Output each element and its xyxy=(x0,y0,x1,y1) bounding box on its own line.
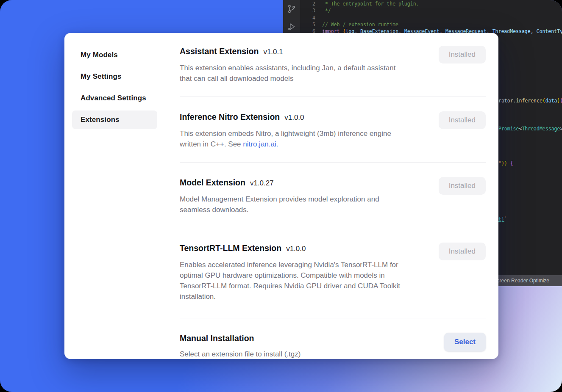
extension-info: TensortRT-LLM Extensionv1.0.0Enables acc… xyxy=(180,243,400,302)
code-token: ContentType xyxy=(537,28,562,34)
sidebar-item-advanced-settings[interactable]: Advanced Settings xyxy=(72,89,157,108)
description-text: This extension embeds Nitro, a lightweig… xyxy=(180,130,391,148)
code-line: // Web / extension runtime xyxy=(322,21,562,28)
extension-list: Assistant Extensionv1.0.1This extension … xyxy=(165,33,498,359)
code-line: * The entrypoint for the plugin. xyxy=(322,0,562,7)
code-lines: * The entrypoint for the plugin. */// We… xyxy=(322,0,562,35)
code-token: ThreadMessage xyxy=(522,126,560,132)
code-token: , xyxy=(531,28,537,34)
sidebar-nav: My ModelsMy SettingsAdvanced SettingsExt… xyxy=(64,46,165,129)
extension-info: Manual InstallationSelect an extension f… xyxy=(180,333,300,359)
installed-button[interactable]: Installed xyxy=(439,46,486,63)
extension-description: Select an extension file to install (.tg… xyxy=(180,349,300,359)
extension-title-row: Inference Nitro Extensionv1.0.0 xyxy=(180,111,391,123)
code-token: " xyxy=(498,160,501,166)
installed-button[interactable]: Installed xyxy=(439,243,486,260)
source-control-icon[interactable] xyxy=(287,4,296,14)
installed-button[interactable]: Installed xyxy=(439,111,486,129)
code-token: rator. xyxy=(498,98,516,104)
description-text: Select an extension file to install (.tg… xyxy=(180,350,300,358)
description-text: This extension enables assistants, inclu… xyxy=(180,64,395,83)
extension-row: Assistant Extensionv1.0.1This extension … xyxy=(180,33,486,97)
extension-title-row: TensortRT-LLM Extensionv1.0.0 xyxy=(180,243,400,254)
line-number: 4 xyxy=(300,14,315,21)
extension-version: v1.0.0 xyxy=(284,113,304,121)
extension-title: TensortRT-LLM Extension xyxy=(180,243,281,253)
code-fragment: t}` xyxy=(498,216,507,223)
extension-title: Model Extension xyxy=(180,178,245,187)
line-numbers: 23456 xyxy=(300,0,315,35)
description-text: Enables accelerated inference leveraging… xyxy=(180,261,400,301)
select-button[interactable]: Select xyxy=(444,333,486,351)
code-fragment: ")) { xyxy=(498,160,513,167)
code-fragment: rator.inference(data)); xyxy=(498,97,562,104)
screen-reader-badge[interactable]: Screen Reader Optimize xyxy=(489,275,562,286)
extension-description: This extension embeds Nitro, a lightweig… xyxy=(180,128,391,149)
code-token: Promise xyxy=(498,126,519,132)
extension-description: Enables accelerated inference leveraging… xyxy=(180,259,400,302)
code-fragment: Promise<ThreadMessage> xyxy=(498,125,562,132)
code-token: * The entrypoint for the plugin. xyxy=(322,1,419,7)
extension-title-row: Manual Installation xyxy=(180,333,300,344)
extension-title-row: Assistant Extensionv1.0.1 xyxy=(180,46,395,58)
code-token: // Web / extension runtime xyxy=(322,22,398,28)
extension-title: Inference Nitro Extension xyxy=(180,112,280,121)
code-token: { xyxy=(507,160,513,166)
extension-row: TensortRT-LLM Extensionv1.0.0Enables acc… xyxy=(180,228,486,318)
code-token: ) xyxy=(560,98,562,104)
description-text: Model Management Extension provides mode… xyxy=(180,195,379,214)
settings-modal: My ModelsMy SettingsAdvanced SettingsExt… xyxy=(64,33,498,359)
extension-title: Assistant Extension xyxy=(180,47,259,56)
code-token: */ xyxy=(322,8,331,14)
extension-title: Manual Installation xyxy=(180,334,254,343)
installed-button[interactable]: Installed xyxy=(439,177,486,195)
extension-description: This extension enables assistants, inclu… xyxy=(180,63,395,84)
extension-info: Assistant Extensionv1.0.1This extension … xyxy=(180,46,395,84)
code-token: ( xyxy=(543,98,545,104)
extension-info: Inference Nitro Extensionv1.0.0This exte… xyxy=(180,111,391,149)
extension-title-row: Model Extensionv1.0.27 xyxy=(180,177,379,189)
code-token: > xyxy=(560,126,562,132)
extension-row: Manual InstallationSelect an extension f… xyxy=(180,318,486,359)
code-line: */ xyxy=(322,7,562,14)
app-window: 23456 * The entrypoint for the plugin. *… xyxy=(0,0,562,392)
code-token: t} xyxy=(498,216,504,222)
settings-sidebar: My ModelsMy SettingsAdvanced SettingsExt… xyxy=(64,33,165,359)
nitro-link[interactable]: nitro.jan.ai. xyxy=(243,140,278,148)
code-token: data xyxy=(545,98,557,104)
extension-version: v1.0.0 xyxy=(286,245,306,253)
sidebar-item-my-settings[interactable]: My Settings xyxy=(72,67,157,86)
extension-row: Model Extensionv1.0.27Model Management E… xyxy=(180,163,486,228)
extension-version: v1.0.1 xyxy=(263,48,283,56)
code-token: )) xyxy=(501,160,507,166)
line-number: 3 xyxy=(300,7,315,14)
code-token: ` xyxy=(504,216,507,222)
sidebar-item-my-models[interactable]: My Models xyxy=(72,46,157,64)
run-debug-icon[interactable] xyxy=(287,22,296,31)
line-number: 2 xyxy=(300,0,315,7)
extension-description: Model Management Extension provides mode… xyxy=(180,194,379,215)
extension-version: v1.0.27 xyxy=(250,179,274,187)
extension-row: Inference Nitro Extensionv1.0.0This exte… xyxy=(180,97,486,163)
code-token: inference xyxy=(516,98,543,104)
sidebar-item-extensions[interactable]: Extensions xyxy=(72,110,157,129)
line-number: 5 xyxy=(300,21,315,28)
code-line xyxy=(322,14,562,21)
extension-info: Model Extensionv1.0.27Model Management E… xyxy=(180,177,379,215)
code-token: ThreadMessage xyxy=(492,28,531,34)
